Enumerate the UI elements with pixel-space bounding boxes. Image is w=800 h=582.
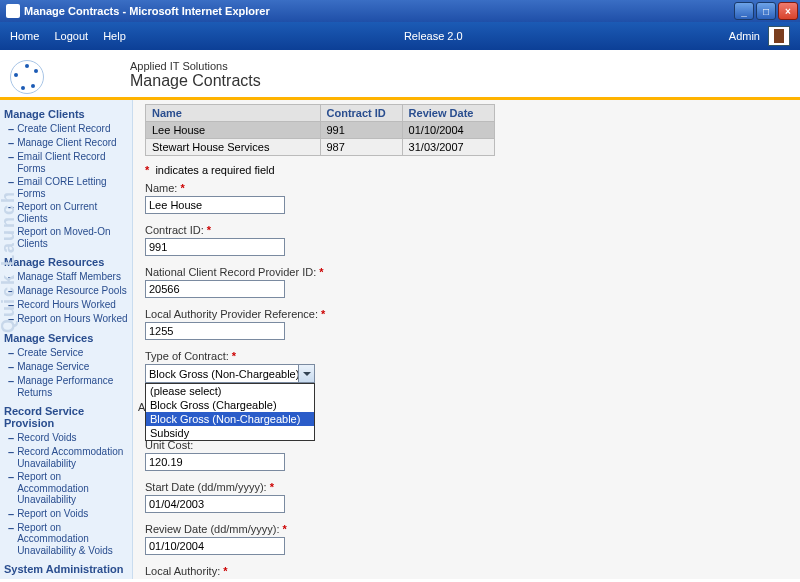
logo [10,56,130,97]
sidebar-link[interactable]: Report on Accommodation Unavailability [17,471,128,506]
review-date-field[interactable] [145,537,285,555]
app-name: Applied IT Solutions [130,60,261,72]
app-menubar: Home Logout Help Release 2.0 Admin [0,22,800,50]
table-cell: 987 [320,139,402,156]
type-dropdown-list[interactable]: (please select)Block Gross (Chargeable)B… [145,383,315,441]
sidebar-link[interactable]: Report on Moved-On Clients [17,226,128,249]
dropdown-option[interactable]: (please select) [146,384,314,398]
name-field[interactable] [145,196,285,214]
col-review-date[interactable]: Review Date [402,105,494,122]
logo-icon [10,60,44,94]
sidebar-item[interactable]: Create Client Record [4,122,128,136]
sidebar-section-title: Manage Clients [4,108,128,120]
sidebar-item[interactable]: Report on Current Clients [4,200,128,225]
type-label: Type of Contract: * [145,350,785,362]
sidebar-link[interactable]: Create Client Record [17,123,110,135]
maximize-button[interactable]: □ [756,2,776,20]
contract-id-label: Contract ID: * [145,224,785,236]
review-date-label: Review Date (dd/mm/yyyy): * [145,523,785,535]
type-select[interactable]: Block Gross (Non-Chargeable) [145,364,315,383]
sidebar-item[interactable]: Manage Client Record [4,136,128,150]
table-cell: Stewart House Services [146,139,321,156]
name-label: Name: * [145,182,785,194]
sidebar-section-title: Record Service Provision [4,405,128,429]
asterisk-icon: * [145,164,149,176]
minimize-button[interactable]: _ [734,2,754,20]
table-cell: 991 [320,122,402,139]
la-label: Local Authority: * [145,565,785,577]
lapr-label: Local Authority Provider Reference: * [145,308,785,320]
contract-id-field[interactable] [145,238,285,256]
sidebar-item[interactable]: Manage Performance Returns [4,374,128,399]
dropdown-option[interactable]: Block Gross (Non-Chargeable) [146,412,314,426]
sidebar-item[interactable]: Record Voids [4,431,128,445]
sidebar-link[interactable]: Report on Accommodation Unavailability &… [17,522,128,557]
ncrp-field[interactable] [145,280,285,298]
chevron-down-icon [298,365,314,382]
sidebar-section-title: Manage Resources [4,256,128,268]
start-date-label: Start Date (dd/mm/yyyy): * [145,481,785,493]
col-name[interactable]: Name [146,105,321,122]
sidebar-link[interactable]: Manage Users [17,578,82,579]
sidebar-item[interactable]: Report on Accommodation Unavailability [4,470,128,507]
sidebar-item[interactable]: Create Service [4,346,128,360]
menu-help[interactable]: Help [103,30,126,42]
sidebar-link[interactable]: Record Voids [17,432,76,444]
sidebar-link[interactable]: Manage Client Record [17,137,117,149]
table-cell: Lee House [146,122,321,139]
lapr-field[interactable] [145,322,285,340]
ncrp-label: National Client Record Provider ID: * [145,266,785,278]
sidebar-item[interactable]: Manage Staff Members [4,270,128,284]
sidebar-item[interactable]: Manage Users [4,577,128,579]
sidebar-link[interactable]: Manage Performance Returns [17,375,128,398]
sidebar-link[interactable]: Create Service [17,347,83,359]
menu-admin[interactable]: Admin [729,30,760,42]
sidebar-item[interactable]: Report on Moved-On Clients [4,225,128,250]
window-titlebar: Manage Contracts - Microsoft Internet Ex… [0,0,800,22]
col-contract-id[interactable]: Contract ID [320,105,402,122]
sidebar: Quick Launch Manage ClientsCreate Client… [0,100,133,579]
sidebar-item[interactable]: Report on Voids [4,507,128,521]
sidebar-link[interactable]: Record Accommodation Unavailability [17,446,128,469]
table-row[interactable]: Lee House99101/10/2004 [146,122,495,139]
sidebar-link[interactable]: Report on Voids [17,508,88,520]
ie-icon [6,4,20,18]
main-content[interactable]: Name Contract ID Review Date Lee House99… [133,100,800,579]
page-header: Applied IT Solutions Manage Contracts [0,50,800,100]
menu-home[interactable]: Home [10,30,39,42]
sidebar-link[interactable]: Report on Hours Worked [17,313,127,325]
sidebar-item[interactable]: Record Hours Worked [4,298,128,312]
sidebar-link[interactable]: Report on Current Clients [17,201,128,224]
exit-icon[interactable] [768,26,790,46]
window-title: Manage Contracts - Microsoft Internet Ex… [24,5,732,17]
sidebar-link[interactable]: Manage Resource Pools [17,285,127,297]
dropdown-option[interactable]: Block Gross (Chargeable) [146,398,314,412]
sidebar-item[interactable]: Email Client Record Forms [4,150,128,175]
release-label: Release 2.0 [138,30,729,42]
sidebar-item[interactable]: Record Accommodation Unavailability [4,445,128,470]
close-button[interactable]: × [778,2,798,20]
sidebar-section-title: Manage Services [4,332,128,344]
sidebar-item[interactable]: Email CORE Letting Forms [4,175,128,200]
start-date-field[interactable] [145,495,285,513]
sidebar-link[interactable]: Record Hours Worked [17,299,116,311]
sidebar-item[interactable]: Manage Service [4,360,128,374]
unit-cost-field[interactable] [145,453,285,471]
sidebar-item[interactable]: Report on Accommodation Unavailability &… [4,521,128,558]
sidebar-item[interactable]: Manage Resource Pools [4,284,128,298]
sidebar-section-title: System Administration [4,563,128,575]
sidebar-link[interactable]: Email CORE Letting Forms [17,176,128,199]
sidebar-link[interactable]: Manage Service [17,361,89,373]
contracts-table[interactable]: Name Contract ID Review Date Lee House99… [145,104,495,156]
table-row[interactable]: Stewart House Services98731/03/2007 [146,139,495,156]
menu-logout[interactable]: Logout [54,30,88,42]
required-note: * indicates a required field [145,164,785,176]
dropdown-option[interactable]: Subsidy [146,426,314,440]
table-cell: 31/03/2007 [402,139,494,156]
table-cell: 01/10/2004 [402,122,494,139]
sidebar-link[interactable]: Manage Staff Members [17,271,121,283]
sidebar-link[interactable]: Email Client Record Forms [17,151,128,174]
page-title: Manage Contracts [130,72,261,90]
sidebar-item[interactable]: Report on Hours Worked [4,312,128,326]
